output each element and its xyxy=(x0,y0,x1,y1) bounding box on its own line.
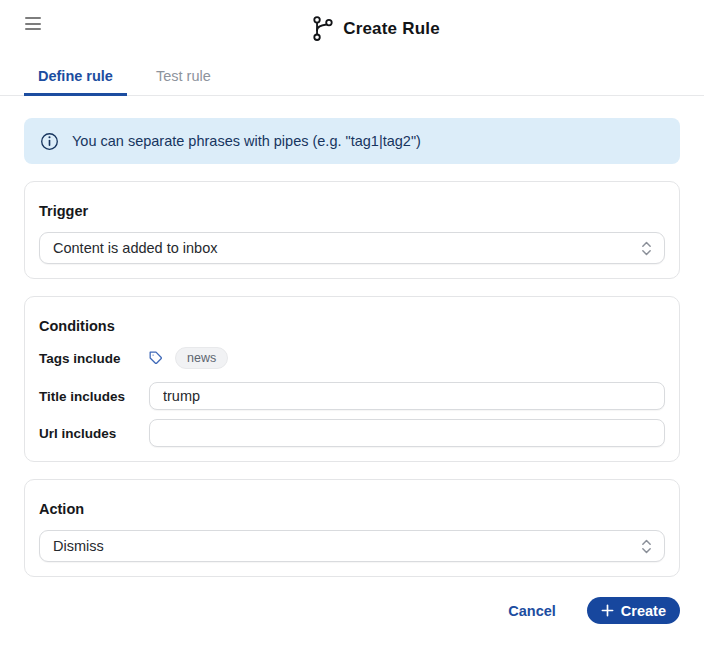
trigger-select-value: Content is added to inbox xyxy=(53,240,217,256)
url-includes-label: Url includes xyxy=(39,426,149,441)
tab-test-rule[interactable]: Test rule xyxy=(142,68,225,95)
tab-bar: Define rule Test rule xyxy=(0,48,704,96)
trigger-select[interactable]: Content is added to inbox xyxy=(39,232,665,264)
condition-row-url: Url includes xyxy=(39,419,665,447)
tag-icon[interactable] xyxy=(149,351,165,365)
action-heading: Action xyxy=(39,501,665,517)
footer-actions: Cancel Create xyxy=(24,597,680,624)
tag-chip-news[interactable]: news xyxy=(175,347,228,369)
tab-define-rule[interactable]: Define rule xyxy=(24,68,127,95)
tags-include-label: Tags include xyxy=(39,351,149,366)
trigger-card: Trigger Content is added to inbox xyxy=(24,181,680,279)
conditions-heading: Conditions xyxy=(39,318,665,334)
info-icon xyxy=(40,132,59,151)
cancel-button[interactable]: Cancel xyxy=(508,603,556,619)
info-banner-text: You can separate phrases with pipes (e.g… xyxy=(72,133,421,149)
rule-branch-icon xyxy=(312,15,334,42)
page-title-group: Create Rule xyxy=(0,15,704,42)
title-includes-input[interactable] xyxy=(149,382,665,410)
action-select[interactable]: Dismiss xyxy=(39,530,665,562)
condition-row-tags: Tags include news xyxy=(39,347,665,369)
conditions-card: Conditions Tags include news Title inclu… xyxy=(24,296,680,462)
info-banner: You can separate phrases with pipes (e.g… xyxy=(24,118,680,164)
trigger-heading: Trigger xyxy=(39,203,665,219)
plus-icon xyxy=(601,604,614,617)
create-button-label: Create xyxy=(621,603,666,619)
url-includes-input[interactable] xyxy=(149,419,665,447)
action-card: Action Dismiss xyxy=(24,479,680,577)
condition-row-title: Title includes xyxy=(39,382,665,410)
create-button[interactable]: Create xyxy=(587,597,680,624)
page-title: Create Rule xyxy=(343,19,440,39)
chevron-updown-icon xyxy=(641,240,652,257)
action-select-value: Dismiss xyxy=(53,538,104,554)
header: Create Rule xyxy=(0,0,704,48)
chevron-updown-icon xyxy=(641,538,652,555)
title-includes-label: Title includes xyxy=(39,389,149,404)
hamburger-icon[interactable] xyxy=(25,17,41,30)
